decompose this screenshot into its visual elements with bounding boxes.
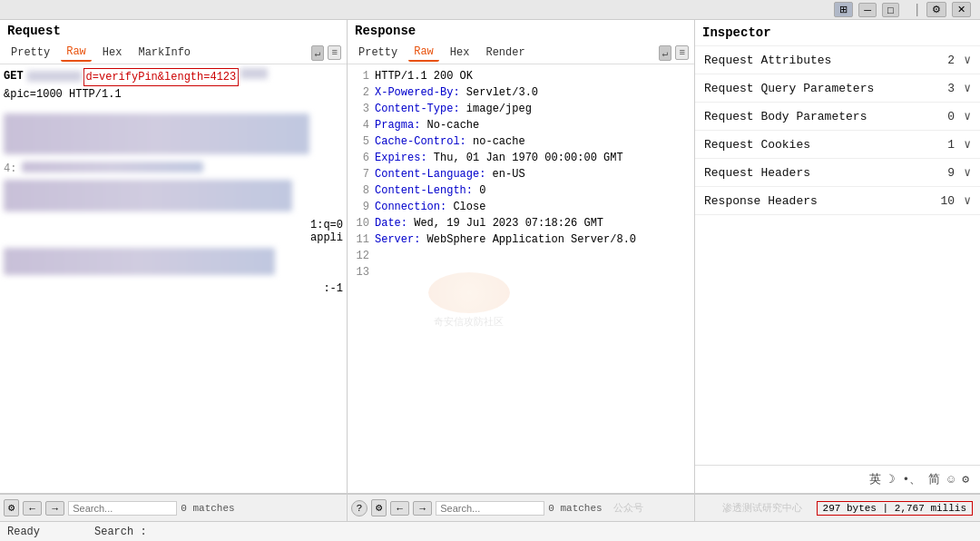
ime-btn-en[interactable]: 英 — [869, 471, 881, 487]
close-icon[interactable]: ✕ — [952, 2, 971, 17]
request-second-line: &pic=1000 HTTP/1.1 — [4, 86, 343, 103]
blurred-content-4 — [22, 162, 203, 172]
layout-icon[interactable]: ⊞ — [834, 2, 853, 17]
request-content: GET d=verifyPin&length=4123 &pic=1000 HT… — [0, 64, 347, 493]
response-content: 1 HTTP/1.1 200 OK 2 X-Powered-By: Servle… — [348, 64, 694, 493]
inspector-row-response-headers[interactable]: Response Headers 10 ∨ — [695, 187, 980, 215]
response-line-1: 1 HTTP/1.1 200 OK — [351, 68, 691, 84]
minimize-icon[interactable]: ─ — [858, 3, 877, 17]
tab-request-markinfo[interactable]: MarkInfo — [132, 44, 196, 61]
row-count-request-attributes: 2 — [947, 54, 955, 67]
response-line-6: 6 Expires: Thu, 01 Jan 1970 00:00:00 GMT — [351, 150, 691, 166]
separator: | — [914, 3, 921, 17]
response-panel-title: Response — [348, 20, 694, 42]
request-back-btn[interactable]: ← — [23, 501, 42, 516]
row-label-request-attributes: Request Attributes — [704, 54, 947, 67]
response-line-5: 5 Cache-Control: no-cache — [351, 133, 691, 150]
response-search-input[interactable] — [436, 501, 544, 516]
inspector-title: Inspector — [695, 20, 980, 46]
row-label-cookies: Request Cookies — [704, 138, 947, 152]
response-menu-icon[interactable]: ≡ — [675, 45, 689, 60]
bottom-watermark: 渗透测试研究中心 — [722, 501, 802, 515]
row-label-query-params: Request Query Parameters — [704, 82, 947, 95]
response-forward-btn[interactable]: → — [413, 501, 432, 516]
tab-response-hex[interactable]: Hex — [445, 44, 475, 61]
response-help-icon[interactable]: ? — [351, 500, 368, 516]
watermark-text: 奇安信攻防社区 — [428, 315, 510, 329]
response-line-11: 11 Server: WebSphere Application Server/… — [351, 231, 691, 248]
response-panel: Response Pretty Raw Hex Render ↵ ≡ 1 HTT… — [348, 20, 695, 493]
inspector-row-body-params[interactable]: Request Body Parameters 0 ∨ — [695, 103, 980, 131]
blurred-block-2 — [4, 180, 292, 211]
row-count-query-params: 3 — [947, 82, 955, 95]
request-tab-bar: Pretty Raw Hex MarkInfo ↵ ≡ — [0, 42, 347, 64]
inspector-row-query-params[interactable]: Request Query Parameters 3 ∨ — [695, 74, 980, 103]
chevron-icon-1: ∨ — [964, 81, 971, 95]
chevron-icon-5: ∨ — [964, 193, 971, 208]
request-tab-icons: ↵ ≡ — [311, 45, 341, 61]
settings-icon[interactable]: ⚙ — [926, 2, 946, 17]
chevron-icon-3: ∨ — [964, 137, 971, 152]
inspector-row-request-attributes[interactable]: Request Attributes 2 ∨ — [695, 46, 980, 74]
inspector-row-cookies[interactable]: Request Cookies 1 ∨ — [695, 131, 980, 159]
req-num-4: 4: — [4, 162, 16, 175]
response-line-2: 2 X-Powered-By: Servlet/3.0 — [351, 84, 691, 101]
row-count-request-headers: 9 — [947, 166, 955, 180]
blurred-block-3 — [4, 248, 275, 275]
response-search-section: ? ⚙ ← → 0 matches 公众号 — [348, 495, 695, 521]
request-menu-icon[interactable]: ≡ — [328, 45, 341, 60]
response-line-9: 9 Connection: Close — [351, 199, 691, 215]
request-wrap-icon[interactable]: ↵ — [311, 45, 325, 61]
chevron-icon-4: ∨ — [964, 165, 971, 180]
ime-btn-settings[interactable]: ⚙ — [962, 472, 969, 487]
inspector-row-request-headers[interactable]: Request Headers 9 ∨ — [695, 159, 980, 187]
response-watermark2: 公众号 — [613, 501, 643, 515]
inspector-panel: Inspector Request Attributes 2 ∨ Request… — [695, 20, 980, 493]
maximize-icon[interactable]: □ — [882, 3, 899, 17]
request-forward-btn[interactable]: → — [45, 501, 64, 516]
tab-request-raw[interactable]: Raw — [61, 44, 92, 62]
request-gear-icon[interactable]: ⚙ — [4, 499, 19, 516]
tab-response-pretty[interactable]: Pretty — [353, 44, 403, 61]
tab-response-render[interactable]: Render — [480, 44, 530, 61]
status-badge: 297 bytes | 2,767 millis — [817, 501, 973, 516]
request-panel-title: Request — [0, 20, 347, 42]
main-area: Request Pretty Raw Hex MarkInfo ↵ ≡ GET … — [0, 20, 980, 493]
ready-bar: Ready Search : — [0, 521, 980, 541]
req-line-q: 1:q=0 — [4, 219, 343, 231]
chevron-icon-0: ∨ — [964, 53, 971, 67]
response-wrap-icon[interactable]: ↵ — [659, 45, 672, 61]
request-url-highlighted: d=verifyPin&length=4123 — [83, 68, 240, 86]
ime-btn-moon[interactable]: ☽ — [888, 472, 896, 487]
response-tab-bar: Pretty Raw Hex Render ↵ ≡ — [348, 42, 694, 64]
search-label: Search : — [94, 526, 147, 538]
row-label-body-params: Request Body Parameters — [704, 110, 947, 123]
bottom-area: ⚙ ← → 0 matches ? ⚙ ← → 0 matches 公众号 渗透… — [0, 493, 980, 541]
tab-request-pretty[interactable]: Pretty — [5, 44, 55, 61]
inspector-spacer — [695, 215, 980, 465]
blurred-section: 4: 1:q=0 appli :-1 — [4, 113, 343, 295]
response-line-3: 3 Content-Type: image/jpeg — [351, 101, 691, 117]
ime-btn-cn[interactable]: 简 — [928, 471, 940, 487]
ime-btn-emoji[interactable]: ☺ — [947, 473, 955, 487]
inspector-ime-bar: 英 ☽ •、 简 ☺ ⚙ — [695, 465, 980, 493]
response-back-btn[interactable]: ← — [390, 501, 409, 516]
request-method-line: GET d=verifyPin&length=4123 — [4, 68, 343, 86]
request-matches: 0 matches — [181, 503, 234, 514]
response-gear-icon[interactable]: ⚙ — [371, 499, 387, 516]
row-label-response-headers: Response Headers — [704, 194, 941, 208]
response-line-10: 10 Date: Wed, 19 Jul 2023 07:18:26 GMT — [351, 215, 691, 231]
blurred-block-1 — [4, 113, 309, 154]
tab-request-hex[interactable]: Hex — [97, 44, 128, 61]
ready-text: Ready — [7, 526, 40, 538]
tab-response-raw[interactable]: Raw — [408, 44, 439, 62]
response-tab-icons: ↵ ≡ — [659, 45, 689, 61]
req-line-appli: appli — [4, 231, 343, 244]
bottom-status: 渗透测试研究中心 297 bytes | 2,767 millis — [695, 495, 980, 521]
request-search-input[interactable] — [68, 501, 177, 516]
response-matches: 0 matches — [548, 503, 602, 514]
request-method: GET — [4, 68, 24, 84]
response-line-12: 12 — [351, 248, 691, 264]
ime-btn-dot[interactable]: •、 — [903, 471, 922, 487]
req-line-minus1: :-1 — [4, 282, 343, 295]
